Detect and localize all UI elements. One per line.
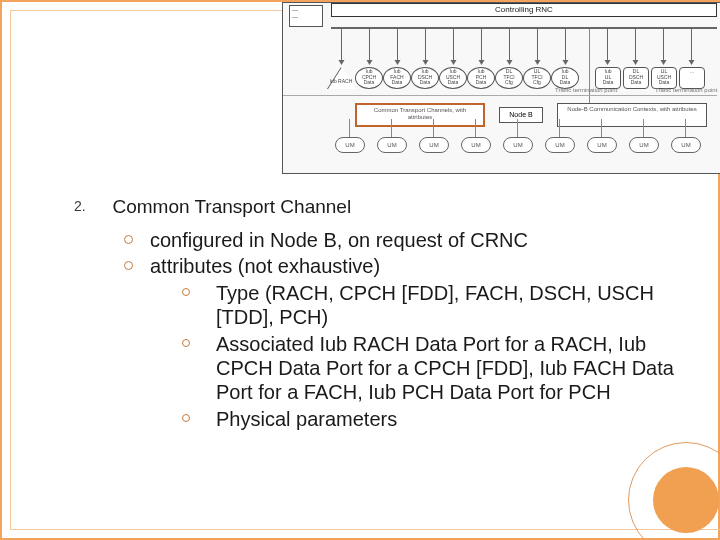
bullet-1: attributes (not exhaustive) (150, 254, 380, 278)
diagram-legend: — — (289, 5, 323, 27)
highlight-box: Common Transport Channels, with attribut… (355, 103, 485, 127)
bullet-icon (124, 228, 150, 252)
slide: — — Controlling RNC Iub RACH IubCPCHData… (0, 0, 720, 540)
bullet-row-1: attributes (not exhaustive) (74, 254, 680, 278)
node-1: IubCPCHData (355, 67, 383, 89)
bullet-row-0: configured in Node B, on request of CRNC (74, 228, 680, 252)
node-2: IubFACHData (383, 67, 411, 89)
bullet-icon (124, 254, 150, 278)
node-9: IubULData (595, 67, 621, 89)
drops: Iub RACH IubCPCHData IubFACHData IubDSCH… (331, 29, 717, 95)
node-10: DLDSCHData (623, 67, 649, 89)
node-6: DLTFCICfg (495, 67, 523, 89)
node-7: ULTFCICfg (523, 67, 551, 89)
subbullet-2: Physical parameters (216, 407, 397, 431)
separator-line (283, 95, 717, 96)
term-left: Traffic termination point (555, 87, 617, 93)
um-6: UM (587, 137, 617, 153)
subbullet-1: Associated Iub RACH Data Port for a RACH… (216, 332, 680, 405)
um-4: UM (503, 137, 533, 153)
heading: Common Transport Channel (112, 196, 351, 218)
bullet-icon (182, 332, 216, 405)
um-5: UM (545, 137, 575, 153)
legend-row: — (292, 7, 320, 14)
bullet-icon (182, 407, 216, 431)
um-3: UM (461, 137, 491, 153)
diagram: — — Controlling RNC Iub RACH IubCPCHData… (282, 2, 720, 174)
node-5: IubPCHData (467, 67, 495, 89)
subbullet-row-2: Physical parameters (74, 407, 680, 431)
node-4: IubUSCHData (439, 67, 467, 89)
list-number: 2. (74, 196, 108, 214)
corner-decoration (628, 442, 720, 540)
um-0: UM (335, 137, 365, 153)
controlling-rnc: Controlling RNC (331, 3, 717, 17)
um-8: UM (671, 137, 701, 153)
nodeb-box: Node B (499, 107, 543, 123)
node-12: ... (679, 67, 705, 89)
subbullet-row-0: Type (RACH, CPCH [FDD], FACH, DSCH, USCH… (74, 281, 680, 330)
heading-row: 2. Common Transport Channel (74, 196, 680, 218)
term-right: Traffic termination point (655, 87, 717, 93)
um-1: UM (377, 137, 407, 153)
node-0: Iub RACH (327, 79, 355, 85)
um-row: UM UM UM UM UM UM UM UM UM (331, 137, 717, 159)
legend-row: — (292, 14, 320, 21)
content: 2. Common Transport Channel configured i… (74, 196, 680, 431)
node-11: ULUSCHData (651, 67, 677, 89)
node-8: IubDLData (551, 67, 579, 89)
node-3: IubDSCHData (411, 67, 439, 89)
subbullet-row-1: Associated Iub RACH Data Port for a RACH… (74, 332, 680, 405)
um-7: UM (629, 137, 659, 153)
bullet-0: configured in Node B, on request of CRNC (150, 228, 528, 252)
um-2: UM (419, 137, 449, 153)
bullet-icon (182, 281, 216, 330)
subbullet-0: Type (RACH, CPCH [FDD], FACH, DSCH, USCH… (216, 281, 680, 330)
